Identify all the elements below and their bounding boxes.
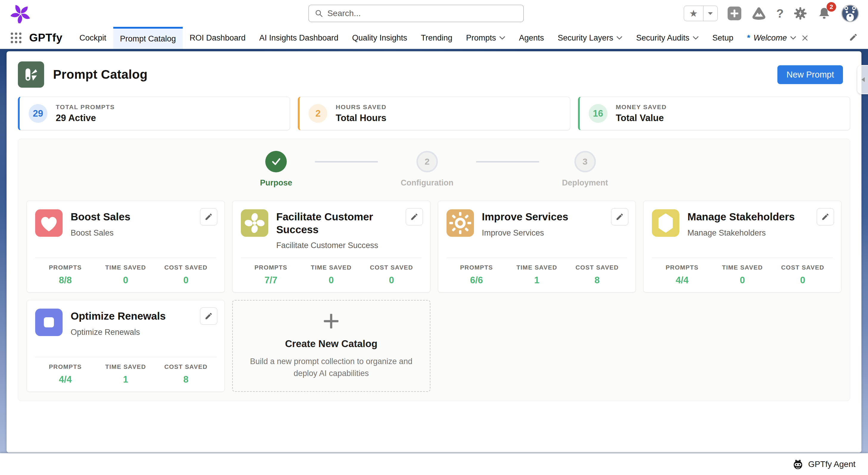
money-saved-stat-card: 16 MONEY SAVED Total Value: [578, 97, 850, 130]
prompt-catalog-panel: Prompt Catalog New Prompt 29 TOTAL PROMP…: [6, 51, 862, 453]
tab-prompts[interactable]: Prompts: [459, 27, 513, 49]
catalog-card-boost-sales[interactable]: Boost Sales Boost Sales PROMPTS8/8 TIME …: [27, 201, 225, 293]
cost-saved-value: 8: [156, 374, 216, 385]
search-icon: [315, 9, 323, 18]
side-panel-toggle[interactable]: [857, 65, 868, 94]
footer-bar: GPTfy Agent: [0, 453, 868, 475]
global-search: [309, 5, 524, 22]
prompts-label: PROMPTS: [35, 264, 95, 271]
notification-count-badge: 2: [827, 2, 836, 11]
step-configuration[interactable]: 2 Configuration: [401, 151, 454, 187]
cost-saved-label: COST SAVED: [156, 363, 216, 370]
flower-icon: [241, 209, 268, 237]
step-connector: [315, 161, 378, 162]
stat-label: TOTAL PROMPTS: [56, 103, 115, 111]
favorites-dropdown-icon[interactable]: [703, 6, 717, 21]
edit-catalog-button[interactable]: [200, 208, 217, 226]
pencil-icon: [821, 213, 830, 221]
chevron-down-icon[interactable]: [499, 36, 505, 40]
catalog-subtitle: Boost Sales: [71, 229, 130, 238]
tab-roi-dashboard[interactable]: ROI Dashboard: [183, 27, 252, 49]
header-actions: ★ ?: [684, 0, 859, 27]
setup-stepper: Purpose 2 Configuration 3 Deployment: [27, 151, 841, 187]
cost-saved-label: COST SAVED: [361, 264, 422, 271]
time-saved-label: TIME SAVED: [95, 363, 156, 370]
chevron-down-icon[interactable]: [693, 36, 699, 40]
notifications-bell-icon[interactable]: 2: [817, 6, 831, 21]
catalog-card-facilitate-customer-success[interactable]: Facilitate Customer Success Facilitate C…: [232, 201, 430, 293]
robot-agent-icon[interactable]: [792, 458, 804, 470]
catalog-title: Optimize Renewals: [71, 308, 166, 323]
page-header: Prompt Catalog New Prompt: [18, 61, 850, 88]
unsaved-indicator: *: [747, 33, 750, 42]
edit-catalog-button[interactable]: [406, 208, 423, 226]
favorites-button[interactable]: ★: [684, 6, 718, 21]
tab-agents[interactable]: Agents: [512, 27, 551, 49]
sun-icon: [446, 209, 474, 237]
setup-gear-icon[interactable]: [794, 6, 807, 20]
tab-security-layers[interactable]: Security Layers: [551, 27, 629, 49]
app-launcher-icon[interactable]: [9, 32, 23, 43]
pencil-icon: [205, 312, 213, 320]
catalog-card-improve-services[interactable]: Improve Services Improve Services PROMPT…: [438, 201, 636, 293]
trailhead-icon[interactable]: [751, 6, 767, 21]
search-input[interactable]: [327, 9, 518, 18]
catalog-card-manage-stakeholders[interactable]: Manage Stakeholders Manage Stakeholders …: [643, 201, 841, 293]
edit-catalog-button[interactable]: [200, 307, 217, 325]
catalog-title: Boost Sales: [71, 209, 130, 223]
catalog-subtitle: Manage Stakeholders: [687, 229, 795, 238]
prompts-label: PROMPTS: [241, 264, 301, 271]
close-tab-icon[interactable]: [802, 35, 808, 41]
new-prompt-button[interactable]: New Prompt: [777, 65, 843, 84]
cost-saved-label: COST SAVED: [773, 264, 833, 271]
time-saved-value: 1: [507, 275, 567, 286]
tab-setup[interactable]: Setup: [706, 27, 740, 49]
step-connector: [476, 161, 539, 162]
help-icon[interactable]: ?: [776, 7, 784, 20]
favorites-star-icon[interactable]: ★: [684, 6, 703, 21]
edit-nav-pencil-icon[interactable]: [849, 33, 858, 43]
tab-ai-insights-dashboard[interactable]: AI Insights Dashboard: [252, 27, 345, 49]
create-new-catalog-card[interactable]: Create New Catalog Build a new prompt co…: [232, 300, 430, 392]
prompts-value: 4/4: [652, 275, 712, 286]
tab-welcome[interactable]: * Welcome: [740, 27, 815, 49]
hexagon-icon: [652, 209, 679, 237]
tab-prompt-catalog[interactable]: Prompt Catalog: [113, 27, 183, 49]
step-purpose[interactable]: Purpose: [260, 151, 292, 187]
time-saved-value: 0: [301, 275, 361, 286]
edit-catalog-button[interactable]: [817, 208, 834, 226]
check-icon: [265, 151, 287, 172]
user-avatar[interactable]: [841, 4, 859, 22]
cost-saved-value: 0: [361, 275, 422, 286]
create-card-description: Build a new prompt collection to organiz…: [248, 355, 414, 380]
app-name: GPTfy: [29, 32, 62, 44]
hours-saved-stat-card: 2 HOURS SAVED Total Hours: [298, 97, 570, 130]
step-number: 2: [416, 151, 438, 172]
total-prompts-count: 29: [29, 104, 48, 123]
prompts-value: 8/8: [35, 275, 95, 286]
stat-value: Total Hours: [336, 113, 386, 123]
time-saved-label: TIME SAVED: [301, 264, 361, 271]
edit-catalog-button[interactable]: [611, 208, 628, 226]
pencil-icon: [410, 213, 418, 221]
catalog-card-optimize-renewals[interactable]: Optimize Renewals Optimize Renewals PROM…: [27, 300, 225, 392]
catalog-section: Purpose 2 Configuration 3 Deployment: [18, 139, 850, 401]
step-deployment[interactable]: 3 Deployment: [562, 151, 608, 187]
prompts-value: 7/7: [241, 275, 301, 286]
time-saved-value: 0: [95, 275, 156, 286]
quick-add-icon[interactable]: [727, 6, 741, 20]
agent-launcher-label[interactable]: GPTfy Agent: [808, 459, 856, 469]
chevron-down-icon[interactable]: [790, 36, 796, 40]
tab-security-audits[interactable]: Security Audits: [629, 27, 706, 49]
global-header: ★ ?: [0, 0, 868, 27]
tab-cockpit[interactable]: Cockpit: [72, 27, 113, 49]
chevron-down-icon[interactable]: [616, 36, 622, 40]
tab-quality-insights[interactable]: Quality Insights: [345, 27, 414, 49]
prompts-label: PROMPTS: [446, 264, 507, 271]
prompt-catalog-icon: [18, 61, 44, 88]
catalog-cards-grid: Boost Sales Boost Sales PROMPTS8/8 TIME …: [27, 201, 841, 392]
create-card-title: Create New Catalog: [285, 338, 377, 350]
prompts-value: 4/4: [35, 374, 95, 385]
tab-trending[interactable]: Trending: [414, 27, 459, 49]
time-saved-label: TIME SAVED: [712, 264, 773, 271]
